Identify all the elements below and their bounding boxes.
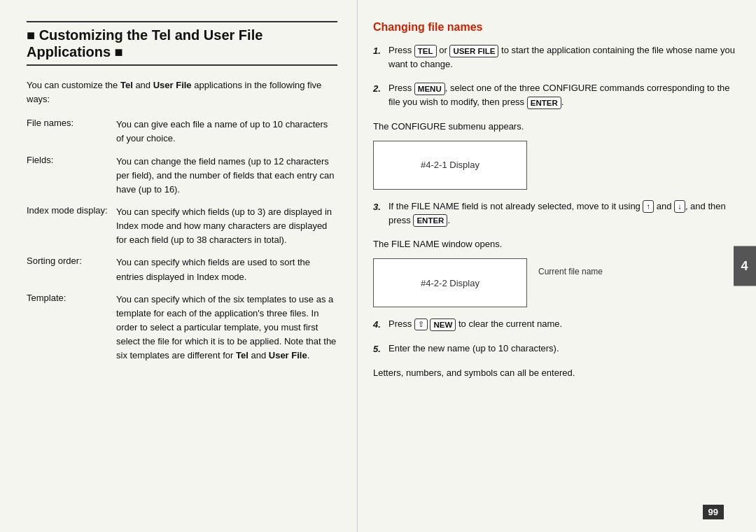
def-row-filenames: File names: You can give each file a nam… — [27, 118, 337, 146]
step-4: 4. Press ⇧ NEW to clear the current name… — [373, 317, 736, 332]
filename-note: The FILE NAME window opens. — [373, 237, 736, 251]
title-dot-right: ■ — [111, 44, 123, 59]
intro-text-mid: and — [133, 80, 153, 90]
title-text: Customizing the Tel and User File Applic… — [27, 27, 262, 59]
down-key: ↓ — [674, 200, 685, 213]
step-3-content: If the FILE NAME field is not already se… — [388, 200, 736, 227]
steps-list: 1. Press TEL or USER FILE to start the a… — [373, 43, 736, 110]
step4-text-before: Press — [388, 318, 414, 329]
submenu-note: The CONFIGURE submenu appears. — [373, 120, 736, 134]
step3-text-mid: and — [654, 201, 674, 211]
display-box-2-container: #4-2-2 Display Current file name — [373, 258, 736, 307]
section-heading: Changing file names — [373, 21, 736, 34]
def-term-sorting: Sorting order: — [27, 255, 116, 266]
def-row-fields: Fields: You can change the field names (… — [27, 155, 337, 197]
step3-text-end: . — [447, 215, 450, 225]
display-box-2: #4-2-2 Display — [373, 258, 527, 307]
page: ■ Customizing the Tel and User File Appl… — [0, 0, 756, 532]
enter-key-2: ENTER — [413, 214, 447, 227]
step-1: 1. Press TEL or USER FILE to start the a… — [373, 43, 736, 71]
step-1-content: Press TEL or USER FILE to start the appl… — [388, 43, 736, 71]
def-row-template: Template: You can specify which of the s… — [27, 293, 337, 363]
display-box-1-label: #4-2-1 Display — [421, 160, 479, 170]
closing-note: Letters, numbers, and symbols can all be… — [373, 366, 736, 380]
current-file-name-annotation: Current file name — [538, 258, 603, 278]
def-row-sorting: Sorting order: You can specify which fie… — [27, 255, 337, 284]
def-term-template: Template: — [27, 293, 116, 303]
step1-text-before: Press — [388, 45, 414, 55]
steps-list-3: 4. Press ⇧ NEW to clear the current name… — [373, 317, 736, 356]
def-term-fields: Fields: — [27, 155, 116, 165]
def-term-filenames: File names: — [27, 118, 116, 128]
tel-key: TEL — [414, 45, 437, 57]
shift-key: ⇧ — [414, 318, 428, 330]
step-3-num: 3. — [373, 200, 388, 214]
steps-list-2: 3. If the FILE NAME field is not already… — [373, 200, 736, 227]
def-desc-fields: You can change the field names (up to 12… — [116, 155, 337, 197]
page-number: 99 — [703, 505, 724, 519]
right-column: Changing file names 1. Press TEL or USER… — [357, 0, 756, 532]
def-desc-indexmode: You can specify which fields (up to 3) a… — [116, 205, 337, 247]
step-2: 2. Press MENU, select one of the three C… — [373, 81, 736, 109]
template-bold-userfile: User File — [269, 350, 307, 360]
up-key: ↑ — [643, 200, 654, 213]
step3-text-before: If the FILE NAME field is not already se… — [388, 201, 643, 211]
template-end: . — [307, 350, 310, 360]
intro-bold-tel: Tel — [120, 80, 133, 90]
display-box-1-container: #4-2-1 Display — [373, 141, 736, 190]
template-bold-tel: Tel — [236, 350, 248, 360]
def-desc-filenames: You can give each file a name of up to 1… — [116, 118, 337, 146]
step-2-content: Press MENU, select one of the three CONF… — [388, 81, 736, 109]
step-5-content: Enter the new name (up to 10 characters)… — [388, 342, 736, 356]
step2-text-before: Press — [388, 83, 414, 93]
title-dot-left: ■ — [27, 27, 39, 43]
def-desc-template: You can specify which of the six templat… — [116, 293, 337, 363]
menu-key: MENU — [414, 83, 445, 95]
chapter-marker: 4 — [734, 246, 756, 286]
step-5-num: 5. — [373, 342, 388, 356]
new-key: NEW — [430, 318, 456, 331]
def-desc-sorting: You can specify which fields are used to… — [116, 255, 337, 284]
step4-text-after: to clear the current name. — [456, 318, 562, 329]
step2-text-end: . — [561, 97, 564, 107]
display-box-2-label: #4-2-2 Display — [421, 278, 479, 288]
def-term-indexmode: Index mode display: — [27, 205, 116, 216]
userfile-key: USER FILE — [449, 45, 498, 57]
definition-list: File names: You can give each file a nam… — [27, 118, 337, 363]
step-1-num: 1. — [373, 43, 388, 58]
enter-key-1: ENTER — [527, 97, 561, 109]
intro-paragraph: You can customize the Tel and User File … — [27, 78, 337, 106]
step-4-content: Press ⇧ NEW to clear the current name. — [388, 317, 736, 331]
step-4-num: 4. — [373, 317, 388, 332]
page-title: ■ Customizing the Tel and User File Appl… — [27, 21, 337, 66]
step-3: 3. If the FILE NAME field is not already… — [373, 200, 736, 227]
intro-bold-userfile: User File — [153, 80, 192, 90]
template-text-mid: and — [248, 350, 269, 360]
step-5: 5. Enter the new name (up to 10 characte… — [373, 342, 736, 356]
def-row-indexmode: Index mode display: You can specify whic… — [27, 205, 337, 247]
left-column: ■ Customizing the Tel and User File Appl… — [0, 0, 357, 532]
display-box-1: #4-2-1 Display — [373, 141, 527, 190]
step1-text-mid: or — [437, 45, 450, 55]
step-2-num: 2. — [373, 81, 388, 96]
intro-text-before: You can customize the — [27, 80, 120, 90]
